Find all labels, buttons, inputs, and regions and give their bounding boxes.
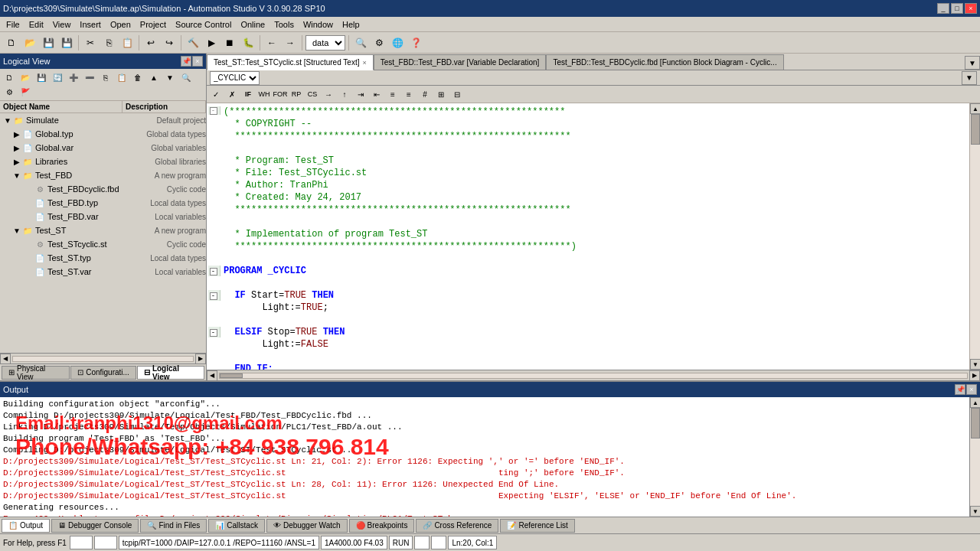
maximize-btn[interactable]: □ <box>951 3 963 14</box>
bottom-tab-output[interactable]: 📋 Output <box>2 519 50 533</box>
tree-item-libraries[interactable]: ▶ 📁 Libraries Global libraries <box>0 155 206 168</box>
vscroll-track[interactable] <box>970 114 980 359</box>
bottom-tab-breakpoints[interactable]: 🔴 Breakpoints <box>349 519 415 533</box>
expand-globalvar[interactable]: ▶ <box>12 144 21 152</box>
menu-open[interactable]: Open <box>106 18 136 31</box>
menu-help[interactable]: Help <box>338 18 364 31</box>
est-arrow-up[interactable]: ↑ <box>337 87 352 101</box>
menu-file[interactable]: File <box>2 18 24 31</box>
output-vscroll-track[interactable] <box>970 408 980 506</box>
lt-save[interactable]: 💾 <box>34 70 49 84</box>
menu-tools[interactable]: Tools <box>270 18 299 31</box>
output-vscroll-thumb[interactable] <box>971 408 980 439</box>
tree-item-teststtyp[interactable]: 📄 Test_ST.typ Local data types <box>0 251 206 265</box>
tb-cut[interactable]: ✂ <box>82 34 99 51</box>
tree-item-globalvar[interactable]: ▶ 📄 Global.var Global variables <box>0 141 206 155</box>
bottom-tab-debugger-console[interactable]: 🖥 Debugger Console <box>51 519 139 533</box>
left-panel-close[interactable]: × <box>192 56 203 67</box>
tree-item-testfbdvar[interactable]: 📄 Test_FBD.var Local variables <box>0 210 206 223</box>
menu-project[interactable]: Project <box>136 18 171 31</box>
editor-tab-1[interactable]: Test_ST::Test_STCyclic.st [Structured Te… <box>207 54 374 70</box>
collapse-btn-elsif[interactable]: - <box>210 329 217 337</box>
tb-copy[interactable]: ⎘ <box>100 34 117 51</box>
close-btn[interactable]: × <box>965 3 977 14</box>
output-close[interactable]: × <box>966 384 977 395</box>
menu-online[interactable]: Online <box>236 18 270 31</box>
lt-paste[interactable]: 📋 <box>114 70 129 84</box>
menu-window[interactable]: Window <box>299 18 338 31</box>
lt-filter[interactable]: ⚙ <box>2 85 17 99</box>
expand-simulate[interactable]: ▼ <box>3 116 12 125</box>
est-unindent[interactable]: ⇤ <box>369 87 384 101</box>
tb-new[interactable]: 🗋 <box>3 34 20 51</box>
lt-open[interactable]: 📂 <box>18 70 33 84</box>
est-sort[interactable]: ≡ <box>385 87 400 101</box>
vscroll-thumb[interactable] <box>971 114 980 145</box>
tb-save-all[interactable]: 💾 <box>58 34 75 51</box>
est-for[interactable]: FOR <box>273 87 288 101</box>
tab-logical-view[interactable]: ⊟ Logical View <box>137 366 204 380</box>
bottom-tab-reference-list[interactable]: 📝 Reference List <box>500 519 574 533</box>
lt-copy[interactable]: ⎘ <box>98 70 113 84</box>
tb-search[interactable]: 🔍 <box>352 34 369 51</box>
output-pin[interactable]: 📌 <box>955 384 965 395</box>
tree-item-testfbdcyclic[interactable]: ⚙ Test_FBDcyclic.fbd Cyclic code <box>0 182 206 196</box>
bottom-tab-debugger-watch[interactable]: 👁 Debugger Watch <box>266 519 348 533</box>
collapse-btn-if[interactable]: - <box>210 292 217 300</box>
hscroll-right-editor[interactable]: ▶ <box>969 370 980 381</box>
lt-search[interactable]: 🔍 <box>178 70 194 84</box>
tb-stop[interactable]: ⏹ <box>221 34 238 51</box>
data-dropdown[interactable]: data <box>305 35 345 51</box>
lt-refresh[interactable]: 🔄 <box>50 70 65 84</box>
cyclic-dropdown[interactable]: _CYCLIC <box>210 71 260 85</box>
tab-configuration-view[interactable]: ⊡ Configurati... <box>70 366 136 380</box>
tree-item-testfbdtyp[interactable]: 📄 Test_FBD.typ Local data types <box>0 196 206 210</box>
expand-testst[interactable]: ▼ <box>12 227 21 235</box>
tb-paste[interactable]: 📋 <box>119 34 136 51</box>
tb-open[interactable]: 📂 <box>21 34 38 51</box>
est-unsort[interactable]: ≡ <box>401 87 416 101</box>
lt-collapse[interactable]: ➖ <box>82 70 97 84</box>
tree-item-teststcyclic[interactable]: ⚙ Test_STcyclic.st Cyclic code <box>0 237 206 251</box>
menu-view[interactable]: View <box>48 18 76 31</box>
minimize-btn[interactable]: _ <box>937 3 949 14</box>
menu-edit[interactable]: Edit <box>24 18 48 31</box>
tb-back[interactable]: ← <box>263 34 280 51</box>
est-if[interactable]: IF <box>240 87 256 101</box>
vscroll-up[interactable]: ▲ <box>970 103 980 114</box>
output-vscroll-up[interactable]: ▲ <box>970 397 980 408</box>
hscroll-left-editor[interactable]: ◀ <box>207 370 217 381</box>
lt-down[interactable]: ▼ <box>162 70 178 84</box>
tb-help[interactable]: ❓ <box>407 34 424 51</box>
tb-undo[interactable]: ↩ <box>142 34 159 51</box>
left-panel-pin[interactable]: 📌 <box>181 56 191 67</box>
lt-delete[interactable]: 🗑 <box>130 70 145 84</box>
collapse-btn-program[interactable]: - <box>210 268 217 276</box>
est-misc2[interactable]: ⊟ <box>449 87 465 101</box>
output-vscroll-down[interactable]: ▼ <box>970 506 980 517</box>
editor-top-arrow[interactable]: ▼ <box>962 71 977 85</box>
tb-build[interactable]: 🔨 <box>185 34 201 51</box>
vscroll-down[interactable]: ▼ <box>970 359 980 370</box>
expand-libraries[interactable]: ▶ <box>12 158 21 166</box>
tree-item-testfbd[interactable]: ▼ 📁 Test_FBD A new program <box>0 168 206 182</box>
tb-fwd[interactable]: → <box>282 34 299 51</box>
menu-source-control[interactable]: Source Control <box>171 18 236 31</box>
tree-item-globaltyp[interactable]: ▶ 📄 Global.typ Global data types <box>0 127 206 141</box>
left-hscroll[interactable]: ◀ ▶ <box>0 353 206 364</box>
est-x[interactable]: ✗ <box>224 87 240 101</box>
tree-item-simulate[interactable]: ▼ 📁 Simulate Default project <box>0 113 206 127</box>
tb-save[interactable]: 💾 <box>40 34 57 51</box>
bottom-tab-cross-reference[interactable]: 🔗 Cross Reference <box>416 519 498 533</box>
bottom-tab-find-in-files[interactable]: 🔍 Find in Files <box>140 519 207 533</box>
tb-online[interactable]: 🌐 <box>389 34 406 51</box>
tb-run[interactable]: ▶ <box>203 34 220 51</box>
tb-redo[interactable]: ↪ <box>161 34 178 51</box>
est-indent[interactable]: ⇥ <box>353 87 368 101</box>
expand-globaltyp[interactable]: ▶ <box>12 130 21 139</box>
lt-up[interactable]: ▲ <box>146 70 162 84</box>
editor-tab-3[interactable]: Test_FBD::Test_FBDCyclic.fbd [Function B… <box>546 54 783 70</box>
collapse-btn-block1[interactable]: - <box>210 107 217 115</box>
tab-physical-view[interactable]: ⊞ Physical View <box>2 366 70 380</box>
est-misc[interactable]: ⊞ <box>433 87 449 101</box>
